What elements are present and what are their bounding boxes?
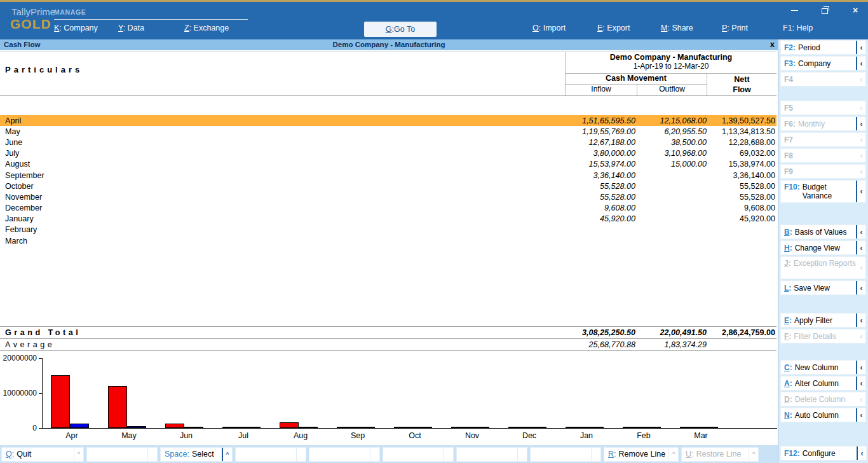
table-row-january[interactable]: January45,920.0045,920.00 bbox=[0, 214, 776, 225]
active-company-title: Demo Company - Manufacturing bbox=[0, 41, 778, 48]
chart-bar-outflow-dec bbox=[527, 427, 546, 428]
sidebar-button-apply-filter[interactable]: EApply Filter‹ bbox=[780, 313, 866, 328]
shortcut-key: F12 bbox=[781, 449, 800, 458]
table-row-april[interactable]: April1,51,65,595.5012,15,068.001,39,50,5… bbox=[0, 115, 776, 126]
row-outflow: 6,20,955.50 bbox=[635, 127, 707, 136]
particulars-header: Particulars bbox=[5, 65, 83, 74]
table-row-june[interactable]: June12,67,188.0038,500.0012,28,688.00 bbox=[0, 137, 776, 148]
sidebar-button-label: Alter Column bbox=[792, 379, 856, 388]
chart-bar-outflow-jul bbox=[241, 427, 261, 428]
chart-bar-inflow-jun bbox=[165, 424, 184, 428]
y-axis-tick-label: 10000000 bbox=[0, 389, 37, 397]
shortcut-key: F8 bbox=[781, 151, 793, 160]
x-axis-label-may: May bbox=[100, 431, 158, 440]
bottombar-button-select[interactable]: SpaceSelect^ bbox=[160, 447, 233, 462]
sidebar-button-new-column[interactable]: CNew Column‹ bbox=[780, 360, 866, 375]
y-axis-tick bbox=[39, 428, 42, 429]
menu-company[interactable]: KCompany bbox=[54, 24, 98, 32]
sidebar-button-label: Auto Column bbox=[792, 411, 856, 420]
bottombar-button-quit[interactable]: QQuit^ bbox=[1, 447, 84, 462]
table-row-february[interactable]: February bbox=[0, 225, 776, 235]
chevron-left-icon: ‹ bbox=[856, 117, 865, 130]
x-axis-label-aug: Aug bbox=[272, 431, 329, 440]
menu-label: Import bbox=[543, 24, 566, 32]
sidebar-button-budget-variance[interactable]: F10Budget Variance‹ bbox=[780, 180, 866, 203]
sidebar-button-change-view[interactable]: HChange View‹ bbox=[780, 240, 866, 255]
chart-bar-inflow-apr bbox=[51, 375, 70, 428]
table-row-november[interactable]: November55,528.0055,528.00 bbox=[0, 191, 776, 202]
sidebar-button-alter-column[interactable]: AAlter Column‹ bbox=[780, 376, 866, 390]
table-row-august[interactable]: August15,53,974.0015,000.0015,38,974.00 bbox=[0, 159, 776, 170]
x-axis-label-oct: Oct bbox=[386, 431, 444, 440]
sidebar-button-label: Period bbox=[796, 43, 856, 52]
chart-bar-inflow-dec bbox=[508, 427, 527, 428]
chart-bar-inflow-nov bbox=[451, 427, 470, 428]
grand-total-label: Grand Total bbox=[0, 328, 540, 337]
sidebar-button-label: Exception Reports bbox=[791, 257, 857, 268]
row-inflow: 15,53,974.00 bbox=[540, 160, 635, 169]
report-close-icon[interactable]: x bbox=[770, 39, 775, 50]
shortcut-key: F2 bbox=[781, 43, 796, 52]
sidebar-button-configure[interactable]: F12Configure‹ bbox=[780, 446, 867, 460]
x-axis-label-nov: Nov bbox=[444, 431, 501, 440]
menu-help[interactable]: F1Help bbox=[783, 24, 813, 32]
menu-export[interactable]: EExport bbox=[597, 24, 630, 32]
bottombar-button-remove-line[interactable]: RRemove Line^ bbox=[604, 447, 679, 462]
shortcut-key: A bbox=[781, 379, 792, 388]
sidebar-button-period[interactable]: F2Period‹ bbox=[780, 40, 866, 55]
shortcut-key: F1 bbox=[783, 24, 797, 32]
row-inflow: 45,920.00 bbox=[540, 214, 635, 223]
bottombar-button-label: Remove Line bbox=[616, 450, 668, 459]
table-row-may[interactable]: May1,19,55,769.006,20,955.501,13,34,813.… bbox=[0, 126, 776, 137]
chevron-left-icon: ‹ bbox=[857, 329, 865, 343]
menu-import[interactable]: OImport bbox=[532, 24, 566, 32]
menu-data[interactable]: YData bbox=[118, 24, 144, 32]
shortcut-key: P bbox=[722, 24, 731, 32]
menu-exchange[interactable]: ZExchange bbox=[184, 24, 229, 32]
table-row-july[interactable]: July3,80,000.003,10,968.0069,032.00 bbox=[0, 148, 776, 159]
grand-total-nett: 2,86,24,759.00 bbox=[707, 328, 776, 337]
chevron-left-icon: ‹ bbox=[856, 377, 865, 390]
shortcut-key: F5 bbox=[781, 104, 793, 113]
x-axis-label-feb: Feb bbox=[615, 431, 672, 440]
close-icon: × bbox=[853, 6, 858, 15]
sidebar-button-company[interactable]: F3Company‹ bbox=[780, 56, 866, 71]
menu-print[interactable]: PPrint bbox=[722, 24, 748, 32]
bottombar-button-empty-5 bbox=[456, 447, 527, 462]
caret-up-icon bbox=[517, 448, 527, 461]
sidebar-button-f7: F7‹ bbox=[780, 132, 866, 147]
goto-button[interactable]: GGo To bbox=[364, 22, 437, 37]
chevron-left-icon: ‹ bbox=[857, 257, 865, 279]
row-month: May bbox=[0, 127, 540, 136]
chart-bar-inflow-may bbox=[108, 386, 127, 428]
sidebar-button-auto-column[interactable]: NAuto Column‹ bbox=[780, 408, 866, 422]
table-row-march[interactable]: March bbox=[0, 235, 776, 246]
shortcut-key: U bbox=[682, 450, 694, 459]
window-restore-button[interactable] bbox=[818, 5, 831, 15]
row-month: November bbox=[0, 193, 540, 202]
menu-share[interactable]: MShare bbox=[661, 24, 693, 32]
sidebar-button-basis-of-values[interactable]: BBasis of Values‹ bbox=[780, 225, 866, 239]
window-close-button[interactable]: × bbox=[849, 5, 862, 15]
chart-bar-inflow-oct bbox=[394, 427, 413, 428]
shortcut-key: L bbox=[781, 284, 791, 293]
shortcut-key: D bbox=[781, 395, 792, 404]
shortcut-key: F10 bbox=[781, 181, 800, 191]
window-minimize-button[interactable] bbox=[788, 5, 801, 15]
chevron-left-icon: ‹ bbox=[857, 101, 865, 114]
sidebar-button-label: Basis of Values bbox=[792, 228, 856, 237]
report-header: Particulars Demo Company - Manufacturing… bbox=[0, 52, 776, 96]
menu-label: Help bbox=[797, 24, 813, 32]
chart-bar-inflow-sep bbox=[337, 427, 356, 428]
sidebar-button-f8: F8‹ bbox=[780, 148, 866, 163]
table-row-october[interactable]: October55,528.0055,528.00 bbox=[0, 181, 776, 191]
sidebar-button-save-view[interactable]: LSave View‹ bbox=[780, 280, 866, 295]
table-row-september[interactable]: September3,36,140.003,36,140.00 bbox=[0, 170, 776, 181]
bottombar-button-empty-6 bbox=[530, 447, 601, 462]
bottombar-button-restore-line[interactable]: URestore Line^ bbox=[681, 447, 759, 462]
outflow-column-header: Outflow bbox=[637, 85, 707, 95]
table-row-december[interactable]: December9,608.009,608.00 bbox=[0, 203, 776, 214]
chevron-left-icon: ‹ bbox=[856, 281, 865, 294]
goto-key: G bbox=[386, 25, 394, 34]
row-inflow: 9,608.00 bbox=[540, 204, 635, 212]
